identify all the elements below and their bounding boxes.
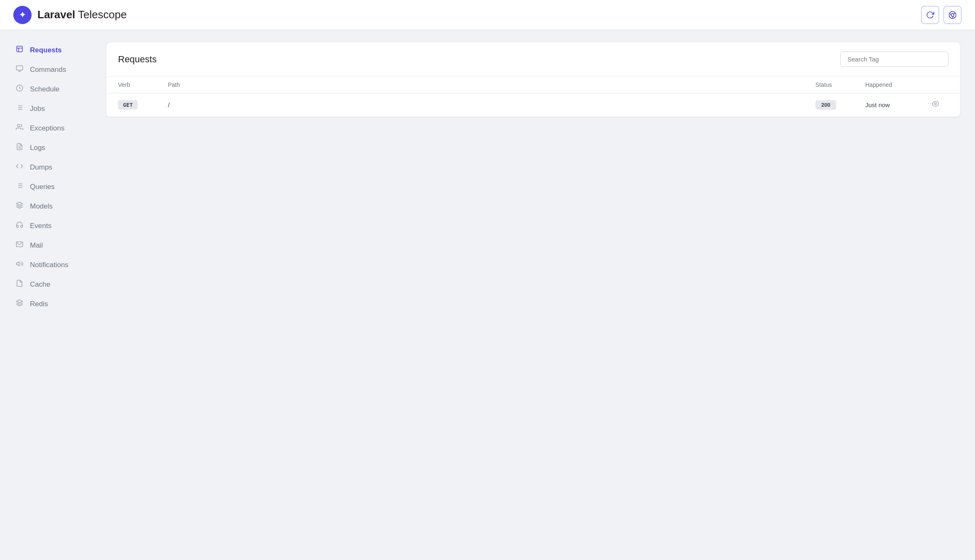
notifications-icon <box>15 260 24 270</box>
redis-icon <box>15 299 24 309</box>
queries-icon <box>15 182 24 192</box>
logs-icon <box>15 143 24 152</box>
sidebar-item-models[interactable]: Models <box>3 197 88 216</box>
mail-icon <box>15 241 24 250</box>
sidebar-item-label: Mail <box>30 241 43 250</box>
schedule-icon <box>15 84 24 94</box>
card-header: Requests <box>106 42 960 76</box>
row-status: 200 <box>815 100 865 110</box>
exceptions-icon <box>15 123 24 133</box>
requests-icon <box>15 45 24 55</box>
sidebar-item-label: Logs <box>30 144 45 152</box>
sidebar-item-requests[interactable]: Requests <box>3 41 88 59</box>
row-path: / <box>168 101 815 108</box>
dumps-icon <box>15 162 24 172</box>
col-status: Status <box>815 81 865 88</box>
sidebar-item-label: Queries <box>30 183 55 191</box>
sidebar-item-commands[interactable]: Commands <box>3 60 88 79</box>
sidebar-item-label: Dumps <box>30 163 52 172</box>
app-title: Laravel Telescope <box>37 8 127 21</box>
sidebar: Requests Commands Schedule Jobs Exceptio… <box>0 30 91 560</box>
table-row[interactable]: GET / 200 Just now <box>106 93 960 117</box>
sidebar-item-label: Models <box>30 202 53 211</box>
models-icon <box>15 201 24 211</box>
svg-point-26 <box>935 103 937 105</box>
svg-marker-25 <box>17 300 23 303</box>
row-eye[interactable] <box>932 100 948 110</box>
verb-badge: GET <box>118 100 138 110</box>
svg-marker-23 <box>17 202 23 206</box>
logo-icon: ✦ <box>13 6 32 24</box>
app-header: ✦ Laravel Telescope <box>0 0 975 30</box>
sidebar-item-jobs[interactable]: Jobs <box>3 99 88 118</box>
col-happened: Happened <box>865 81 932 88</box>
sidebar-item-notifications[interactable]: Notifications <box>3 255 88 274</box>
card-title: Requests <box>118 54 157 65</box>
sidebar-item-mail[interactable]: Mail <box>3 236 88 255</box>
sidebar-item-label: Events <box>30 222 52 230</box>
sidebar-item-label: Schedule <box>30 85 59 93</box>
sidebar-item-label: Notifications <box>30 261 69 269</box>
commands-icon <box>15 65 24 74</box>
sidebar-item-label: Redis <box>30 300 48 308</box>
table-header: Verb Path Status Happened <box>106 76 960 93</box>
header-brand: ✦ Laravel Telescope <box>13 6 127 24</box>
sidebar-item-label: Commands <box>30 66 66 74</box>
sidebar-item-dumps[interactable]: Dumps <box>3 158 88 177</box>
col-path: Path <box>168 81 815 88</box>
jobs-icon <box>15 104 24 113</box>
sidebar-item-logs[interactable]: Logs <box>3 138 88 157</box>
col-actions <box>932 81 948 88</box>
main-content: Requests Verb Path Status Happened GET /… <box>91 30 975 560</box>
eye-icon <box>932 101 939 109</box>
sidebar-item-label: Requests <box>30 46 62 54</box>
row-happened: Just now <box>865 101 932 108</box>
col-verb: Verb <box>118 81 168 88</box>
row-verb: GET <box>118 100 168 110</box>
app-layout: Requests Commands Schedule Jobs Exceptio… <box>0 30 975 560</box>
sidebar-item-schedule[interactable]: Schedule <box>3 80 88 98</box>
svg-rect-6 <box>17 66 23 70</box>
sidebar-item-label: Exceptions <box>30 124 64 133</box>
sidebar-item-events[interactable]: Events <box>3 216 88 235</box>
events-icon <box>15 221 24 231</box>
refresh-button[interactable] <box>921 6 939 24</box>
svg-rect-5 <box>17 46 22 52</box>
sidebar-item-label: Jobs <box>30 105 45 113</box>
svg-point-14 <box>17 124 20 127</box>
header-actions <box>921 6 962 24</box>
sidebar-item-redis[interactable]: Redis <box>3 295 88 313</box>
sidebar-item-cache[interactable]: Cache <box>3 275 88 294</box>
status-badge: 200 <box>815 100 836 110</box>
search-tag-input[interactable] <box>840 52 948 67</box>
sidebar-item-label: Cache <box>30 280 50 289</box>
svg-marker-24 <box>17 262 20 266</box>
cache-icon <box>15 280 24 289</box>
sidebar-item-queries[interactable]: Queries <box>3 177 88 196</box>
telescope-button[interactable] <box>943 6 962 24</box>
requests-card: Requests Verb Path Status Happened GET /… <box>106 42 960 117</box>
sidebar-item-exceptions[interactable]: Exceptions <box>3 119 88 138</box>
